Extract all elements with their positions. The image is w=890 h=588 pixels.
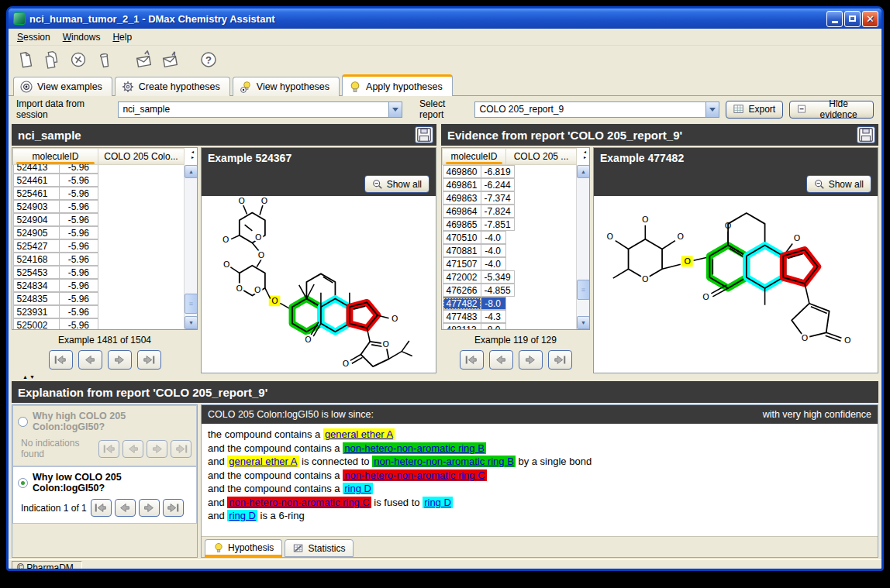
value-cell[interactable]: -5.96 [60,201,98,213]
export-button[interactable]: Export [726,101,783,119]
column-scroll-icons[interactable]: ◂▸ [189,150,196,160]
table-row[interactable]: 471507-4.0 [443,257,506,270]
nav-last-button[interactable] [163,499,184,517]
molecule-id-cell[interactable]: 483113 [443,324,481,331]
value-cell[interactable]: -5.96 [60,280,98,292]
value-cell[interactable]: -7.851 [481,218,514,231]
table-row[interactable]: 524834-5.96 [13,279,98,292]
scrollbar-thumb[interactable] [185,294,198,314]
copy-session-button[interactable] [41,49,63,70]
tab-apply-hypotheses[interactable]: Apply hypotheses [342,74,453,96]
nav-first-button[interactable] [460,350,484,370]
value-cell[interactable]: -4.0 [481,258,505,270]
molecule-id-cell[interactable]: 469860 [443,166,481,178]
value-cell[interactable]: -4.0 [481,232,505,244]
value-cell[interactable]: -4.3 [481,311,505,323]
concept-link-non-hetero-non-aromatic-ring-c[interactable]: non-hetero-non-aromatic ring C [343,469,486,481]
column-scroll-icons[interactable]: ◂▸ [581,150,588,160]
close-session-button[interactable] [67,49,89,70]
table-row[interactable]: 472002-5.349 [443,270,506,284]
molecule-id-cell[interactable]: 525427 [13,240,60,253]
value-cell[interactable]: -5.96 [60,266,98,279]
molecule-id-cell[interactable]: 525461 [13,187,60,200]
table-row[interactable]: 470510-4.0 [443,231,506,244]
scroll-up-button[interactable]: ▲ [577,165,590,178]
why-high-option[interactable]: Why high COLO 205 Colon:logGI50? No indi… [12,405,197,466]
molecule-id-cell[interactable]: 524834 [13,280,60,292]
import-session-select[interactable]: nci_sample [118,101,402,118]
show-all-button[interactable]: Show all [806,175,871,193]
molecule-id-cell[interactable]: 471507 [443,258,481,270]
value-cell[interactable]: -5.96 [60,319,98,331]
nav-prev-button[interactable] [489,350,513,370]
molecule-id-cell[interactable]: 524835 [13,293,60,305]
radio-button[interactable] [18,417,28,427]
nav-prev-button[interactable] [115,499,136,517]
table-row[interactable]: 524904-5.96 [13,213,98,226]
value-cell[interactable]: -5.96 [60,174,98,187]
table-row[interactable]: 476266-4.855 [443,284,506,297]
nav-last-button[interactable] [171,440,191,458]
close-button[interactable]: ✕ [862,11,878,27]
tab-view-examples[interactable]: View examples [13,77,112,96]
table-row[interactable]: 525002-5.96 [13,318,98,330]
table-row[interactable]: 525427-5.96 [13,239,98,253]
value-cell[interactable]: -8.0 [481,297,505,310]
value-cell[interactable]: -8.0 [481,324,505,331]
concept-link-non-hetero-non-aromatic-ring-b[interactable]: non-hetero-non-aromatic ring B [343,442,486,454]
table-row[interactable]: 524905-5.96 [13,226,98,239]
new-session-button[interactable] [15,49,36,70]
table-row[interactable]: 469860-6.819 [443,165,506,178]
value-cell[interactable]: -4.0 [481,245,505,257]
value-cell[interactable]: -5.96 [60,253,98,266]
table-row[interactable]: 523931-5.96 [13,305,98,318]
molecule-id-cell[interactable]: 476266 [443,284,481,297]
nav-first-button[interactable] [98,440,119,458]
nav-last-button[interactable] [137,350,161,370]
molecule-id-cell[interactable]: 470881 [443,245,481,257]
value-cell[interactable]: -5.96 [60,187,98,200]
concept-link-non-hetero-non-aromatic-ring-b[interactable]: non-hetero-non-aromatic ring B [372,456,516,467]
molecule-id-cell[interactable]: 472002 [443,271,481,284]
tab-create-hypotheses[interactable]: Create hypotheses [115,77,230,96]
nav-next-button[interactable] [139,499,160,517]
molecule-id-cell[interactable]: 525453 [13,266,60,279]
molecule-id-cell[interactable]: 525002 [13,319,60,331]
molecule-id-cell[interactable]: 524903 [13,201,60,213]
molecule-id-cell[interactable]: 523931 [13,306,60,318]
value-cell[interactable]: -5.96 [60,227,98,239]
concept-link-general-ether-a[interactable]: general ether A [227,456,298,467]
export-session-button[interactable] [159,49,181,70]
molecule-id-cell[interactable]: 524168 [13,253,60,266]
menu-item-help[interactable]: Help [107,30,137,44]
table-row[interactable]: 469861-6.244 [443,178,506,191]
report-select[interactable]: COLO 205_report_9 [474,101,719,118]
table-row[interactable]: 469863-7.374 [443,191,506,205]
value-cell[interactable]: -6.819 [481,166,514,178]
table-row[interactable]: 469865-7.851 [443,218,506,231]
molecule-id-cell[interactable]: 524461 [13,174,60,187]
table-row[interactable]: 483113-8.0 [443,323,506,330]
delete-session-button[interactable] [94,49,116,70]
menu-item-windows[interactable]: Windows [57,30,106,44]
table-row[interactable]: 524903-5.96 [13,200,98,213]
nav-prev-button[interactable] [122,440,143,458]
molecule-id-cell[interactable]: 477483 [443,311,481,323]
concept-link-ring-d[interactable]: ring D [423,497,453,508]
nav-prev-button[interactable] [78,350,102,370]
concept-link-ring-d[interactable]: ring D [227,510,257,521]
molecule-id-cell[interactable]: 469864 [443,205,481,218]
table-row[interactable]: 470881-4.0 [443,244,506,257]
molecule-id-cell[interactable]: 524904 [13,214,60,226]
splitter-down-icon[interactable]: ▼ [29,374,35,380]
tab-view-hypotheses[interactable]: View hypotheses [233,77,340,96]
value-cell[interactable]: -5.96 [60,240,98,253]
value-cell[interactable]: -4.855 [481,284,514,297]
nav-next-button[interactable] [519,350,543,370]
maximize-button[interactable] [844,11,861,27]
molecule-id-cell[interactable]: 524905 [13,227,60,239]
value-cell[interactable]: -5.349 [481,271,514,284]
radio-button[interactable] [18,478,28,488]
molecule-id-cell[interactable]: 469865 [443,218,481,231]
nav-first-button[interactable] [91,499,112,517]
